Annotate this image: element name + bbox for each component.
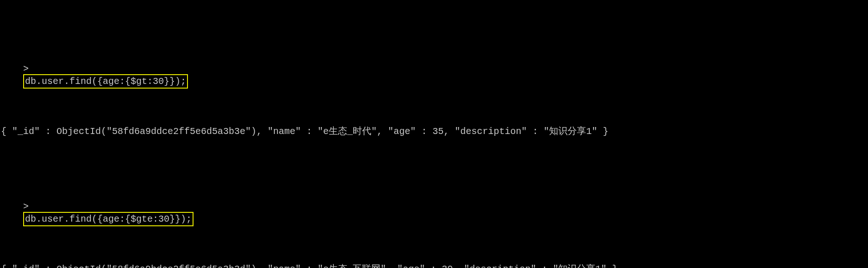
highlight-annotation: db.user.find({age:{$gte:30}});: [23, 212, 194, 226]
command-text: db.user.find({age:{$gt:30}});: [25, 76, 186, 87]
command-line: > db.user.find({age:{$gt:30}});: [1, 50, 867, 100]
prompt-icon: >: [23, 64, 29, 74]
prompt-icon: >: [23, 201, 29, 212]
command-text: db.user.find({age:{$gte:30}});: [25, 214, 192, 224]
output-row: { "_id" : ObjectId("58fd6a9bdce2ff5e6d5a…: [1, 263, 867, 268]
output-row: { "_id" : ObjectId("58fd6a9ddce2ff5e6d5a…: [1, 125, 867, 138]
command-line: > db.user.find({age:{$gte:30}});: [1, 188, 867, 238]
terminal-output[interactable]: > db.user.find({age:{$gt:30}}); { "_id" …: [0, 0, 868, 268]
highlight-annotation: db.user.find({age:{$gt:30}});: [23, 74, 188, 89]
